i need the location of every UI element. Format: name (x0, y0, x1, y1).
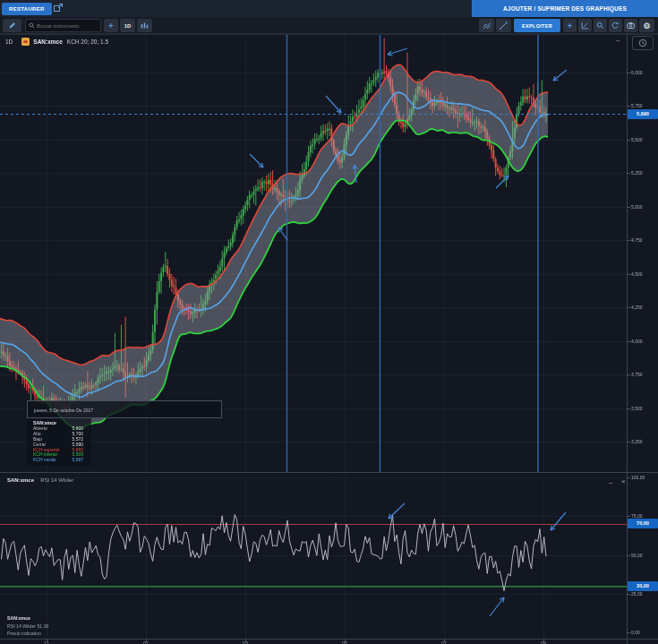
chart-symbol: SAN:xmce (33, 39, 63, 45)
clock-icon (638, 39, 647, 47)
search-icon (29, 22, 35, 29)
time-tick-label: 05 (342, 640, 347, 644)
draw-pencil-button[interactable] (3, 19, 21, 32)
rsi-lower-level-label: 30,00 (628, 581, 658, 591)
time-tick-label: 11 (44, 640, 49, 644)
price-tick-label: 3,250 (631, 439, 643, 444)
search-box[interactable] (25, 19, 101, 32)
settings-gear-icon[interactable]: ⚙ (639, 19, 654, 32)
rsi-tick-label: 25,00 (631, 591, 643, 597)
time-tick-label: 07 (441, 640, 447, 644)
external-link-icon[interactable] (53, 3, 65, 15)
minimize-chart-button[interactable]: – (616, 38, 620, 43)
rsi-footer-note: Precio indicativo (7, 630, 48, 638)
price-tick-label: 5,500 (631, 137, 643, 142)
tooltip-date: jueves, 5 De octubre De 2017 (27, 400, 222, 418)
refresh-icon[interactable] (609, 19, 622, 32)
last-price-label: 5,690 (628, 109, 658, 119)
compare-charts-icon[interactable] (479, 19, 494, 32)
price-tick-label: 5,250 (631, 170, 643, 176)
add-instrument-button[interactable]: + (104, 19, 118, 32)
price-tick-label: 4,000 (631, 339, 643, 344)
price-tick-label: 4,750 (631, 237, 643, 243)
chart-interval-label: 1D (5, 39, 13, 45)
chart-canvas[interactable] (0, 0, 658, 644)
chart-type-button[interactable] (137, 19, 152, 32)
tooltip-row: KCH medio5,687 (33, 458, 83, 463)
rsi-footer: SAN:xmce RSI 14 Wilder 51,36 Precio indi… (7, 614, 48, 638)
toolbar: + 1D EXPLOITER + ⚙ (0, 17, 658, 34)
trend-line-icon[interactable] (496, 19, 511, 32)
price-tick-label: 3,500 (631, 406, 643, 411)
chart-header: 1D SAN:xmce KCH 20; 20; 1.5 (5, 38, 108, 46)
time-tick-label: 03 (243, 640, 248, 644)
price-tick-label: 4,250 (631, 305, 643, 310)
exploit-button[interactable]: EXPLOITER (514, 19, 560, 32)
rsi-tick-label: 0,00 (631, 630, 640, 635)
time-tick-label: 09 (541, 640, 546, 644)
santander-logo-icon (21, 38, 30, 46)
search-input[interactable] (37, 23, 99, 29)
rsi-tick-label: 75,00 (631, 513, 643, 519)
price-tick-label: 6,000 (631, 70, 643, 75)
scale-tool-icon[interactable] (578, 19, 592, 32)
top-title-bar: RESTAURER AJOUTER / SUPRIMER DES GRAPHIQ… (0, 0, 658, 17)
time-tick-label: 01 (143, 640, 149, 644)
zoom-icon[interactable] (594, 19, 607, 32)
price-tick-label: 5,000 (631, 204, 643, 210)
camera-icon[interactable] (624, 19, 637, 32)
rsi-symbol: SAN:xmce (7, 477, 34, 483)
add-remove-charts-button[interactable]: AJOUTER / SUPRIMER DES GRAPHIQUES (472, 0, 658, 17)
data-tooltip: jueves, 5 De octubre De 2017 SAN:xmce Ab… (27, 400, 222, 466)
rsi-upper-level-label: 70,00 (628, 519, 658, 528)
rsi-footer-value: RSI 14 Wilder 51,36 (7, 623, 48, 631)
add-chart-button[interactable]: + (563, 19, 577, 32)
chart-indicator-label: KCH 20; 20; 1.5 (67, 39, 108, 45)
rsi-tick-label: 100,00 (631, 475, 645, 480)
price-tick-label: 4,500 (631, 271, 643, 277)
rsi-header: SAN:xmce RSI 14 Wilder (7, 477, 73, 483)
minimize-rsi-button[interactable]: – (609, 480, 612, 485)
rsi-footer-symbol: SAN:xmce (7, 614, 48, 623)
restore-button[interactable]: RESTAURER (2, 3, 52, 15)
rsi-indicator-label: RSI 14 Wilder (40, 477, 73, 483)
price-tick-label: 3,750 (631, 372, 643, 377)
price-tick-label: 5,750 (631, 103, 643, 108)
rsi-tick-label: 50,00 (631, 553, 643, 558)
close-rsi-button[interactable]: × (621, 479, 626, 485)
session-clock-button[interactable] (632, 36, 654, 50)
interval-button[interactable]: 1D (120, 19, 135, 32)
